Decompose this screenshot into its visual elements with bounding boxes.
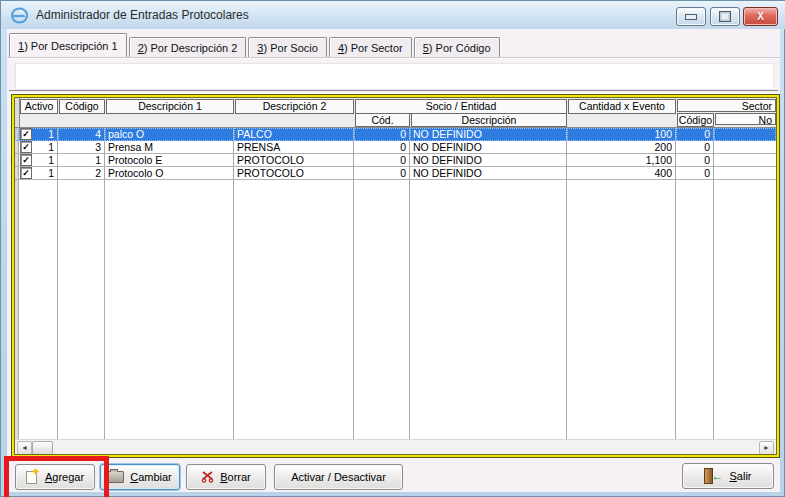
client-area: 1) Por Descripción 12) Por Descripción 2… bbox=[7, 29, 780, 492]
restore-icon bbox=[719, 11, 731, 22]
tab-bar: 1) Por Descripción 12) Por Descripción 2… bbox=[9, 34, 502, 57]
activar-desactivar-button-label: Activar / Desactivar bbox=[291, 471, 386, 483]
exit-door-icon: ← bbox=[704, 468, 723, 484]
header-activo[interactable]: Activo bbox=[20, 99, 58, 114]
header-socio-entidad[interactable]: Socio / Entidad bbox=[355, 99, 567, 114]
table-row[interactable]: ✓12Protocolo OPROTOCOLO0NO DEFINIDO4000 bbox=[15, 167, 776, 180]
header-socio-descripcion[interactable]: Descripción bbox=[411, 113, 567, 127]
borrar-button-label: Borrar bbox=[220, 471, 251, 483]
activo-checkbox[interactable]: ✓ bbox=[20, 128, 32, 140]
table-row[interactable]: ✓14palco OPALCO0NO DEFINIDO1000 bbox=[15, 128, 776, 141]
scroll-right-icon[interactable]: ► bbox=[759, 441, 774, 455]
tab-divider bbox=[7, 57, 780, 59]
tab-2[interactable]: 2) Por Descripción 2 bbox=[129, 37, 247, 57]
table-body: ✓14palco OPALCO0NO DEFINIDO1000✓13Prensa… bbox=[15, 128, 776, 180]
header-sector-codigo[interactable]: Código bbox=[677, 113, 714, 127]
new-page-icon: ✦ bbox=[26, 470, 39, 484]
tab-4[interactable]: 4) Por Sector bbox=[329, 37, 412, 57]
activo-checkbox[interactable]: ✓ bbox=[20, 154, 32, 166]
salir-button-label: Salir bbox=[729, 470, 751, 482]
cambiar-button-label: Cambiar bbox=[130, 471, 172, 483]
scissors-icon bbox=[201, 471, 214, 483]
header-cantidad-evento[interactable]: Cantidad x Evento bbox=[568, 99, 676, 114]
table-row[interactable]: ✓13Prensa MPRENSA0NO DEFINIDO2000 bbox=[15, 141, 776, 154]
borrar-button[interactable]: Borrar bbox=[186, 464, 266, 490]
window-title: Administrador de Entradas Protocolares bbox=[36, 8, 249, 22]
cambiar-button[interactable]: Cambiar bbox=[100, 464, 180, 490]
header-codigo[interactable]: Código bbox=[59, 99, 105, 114]
agregar-button[interactable]: ✦Agregar bbox=[15, 464, 95, 490]
folder-icon bbox=[108, 471, 124, 483]
table-row[interactable]: ✓11Protocolo EPROTOCOLO0NO DEFINIDO1,100… bbox=[15, 154, 776, 167]
scrollbar-thumb[interactable] bbox=[32, 441, 53, 455]
restore-button[interactable] bbox=[710, 7, 740, 26]
tab-5[interactable]: 5) Por Código bbox=[414, 37, 500, 57]
header-descripcion-1[interactable]: Descripción 1 bbox=[106, 99, 234, 114]
header-socio-cod[interactable]: Cód. bbox=[355, 113, 410, 127]
scroll-left-icon[interactable]: ◄ bbox=[17, 441, 32, 455]
agregar-button-label: Agregar bbox=[45, 471, 84, 483]
app-icon bbox=[11, 7, 28, 24]
entries-table: Activo Código Descripción 1 Descripción … bbox=[11, 94, 780, 458]
close-icon: X bbox=[757, 12, 764, 22]
activo-checkbox[interactable]: ✓ bbox=[20, 167, 32, 179]
header-sector-no[interactable]: No bbox=[715, 113, 776, 125]
activo-checkbox[interactable]: ✓ bbox=[20, 141, 32, 153]
filter-box[interactable] bbox=[15, 63, 774, 90]
activar-desactivar-button[interactable]: Activar / Desactivar bbox=[274, 464, 403, 490]
table-empty-area bbox=[15, 180, 776, 439]
table-header: Activo Código Descripción 1 Descripción … bbox=[15, 98, 776, 128]
header-sector[interactable]: Sector bbox=[677, 99, 776, 112]
minimize-icon bbox=[685, 14, 697, 20]
minimize-button[interactable] bbox=[676, 7, 706, 26]
header-descripcion-2[interactable]: Descripción 2 bbox=[235, 99, 354, 114]
salir-button[interactable]: ←Salir bbox=[682, 463, 774, 489]
horizontal-scrollbar[interactable]: ◄ ► bbox=[15, 439, 776, 454]
tab-1[interactable]: 1) Por Descripción 1 bbox=[9, 33, 127, 57]
title-bar: Administrador de Entradas Protocolares bbox=[1, 1, 785, 29]
app-window: Administrador de Entradas Protocolares X… bbox=[0, 0, 785, 497]
tab-3[interactable]: 3) Por Socio bbox=[248, 37, 327, 57]
close-button[interactable]: X bbox=[743, 7, 778, 26]
